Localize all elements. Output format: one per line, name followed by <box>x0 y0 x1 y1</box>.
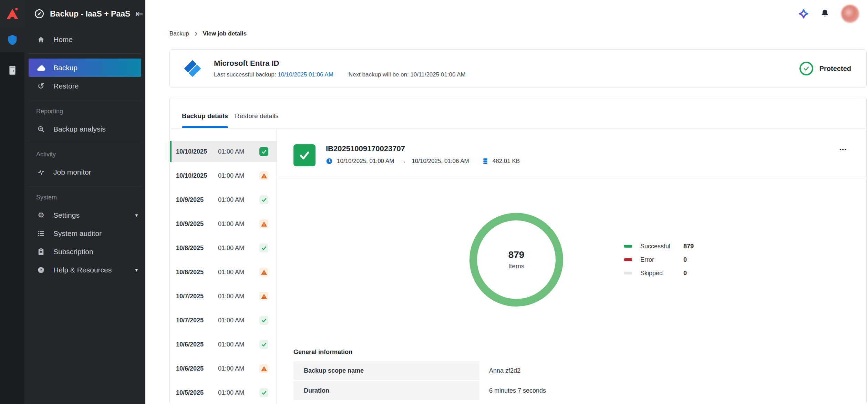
sidebar-item-label: Job monitor <box>53 168 91 176</box>
job-list-item[interactable]: 10/8/2025 01:00 AM <box>170 261 277 283</box>
job-date: 10/9/2025 <box>176 196 215 204</box>
sidebar-item-backup[interactable]: Backup <box>29 59 141 77</box>
status-warning-icon <box>259 268 268 277</box>
job-time: 01:00 AM <box>218 341 244 348</box>
entra-id-logo <box>183 59 202 78</box>
table-row: Backup scope name Anna zf2d2 <box>293 361 856 380</box>
general-info-heading: General information <box>293 349 856 356</box>
main-content: Backup View job details Microsoft Entra … <box>145 0 868 404</box>
status-success-icon <box>259 244 268 252</box>
job-time: 01:00 AM <box>218 172 244 179</box>
protection-status-label: Protected <box>819 65 851 73</box>
app-rail <box>0 0 24 404</box>
legend-label: Error <box>640 256 683 263</box>
items-summary-chart: 879 Items Successful 879 Error 0 <box>293 177 856 342</box>
protected-check-icon <box>799 62 813 75</box>
status-success-icon <box>259 195 268 204</box>
job-time: 01:00 AM <box>218 389 244 396</box>
job-list-item[interactable]: 10/7/2025 01:00 AM <box>170 286 277 307</box>
row-value: Anna zf2d2 <box>479 361 520 380</box>
collapse-sidebar-icon[interactable]: ⇤ <box>136 9 143 18</box>
sidebar-item-restore[interactable]: ↺ Restore <box>29 77 141 95</box>
section-label-reporting: Reporting <box>36 108 145 115</box>
job-list-item[interactable]: 10/6/2025 01:00 AM <box>170 334 277 355</box>
divider <box>29 100 141 100</box>
user-avatar[interactable] <box>841 5 859 23</box>
job-list-item[interactable]: 10/6/2025 01:00 AM <box>170 358 277 379</box>
job-date: 10/8/2025 <box>176 245 215 252</box>
job-time: 01:00 AM <box>218 317 244 324</box>
row-value: 6 minutes 7 seconds <box>479 381 546 400</box>
tab-restore-details[interactable]: Restore details <box>235 112 279 128</box>
job-date: 10/9/2025 <box>176 220 215 228</box>
job-size: 482.01 KB <box>493 158 520 165</box>
sidebar-item-backup-analysis[interactable]: Backup analysis <box>29 120 141 138</box>
sidebar-item-settings[interactable]: ⚙ Settings ▾ <box>29 206 141 224</box>
chart-legend: Successful 879 Error 0 Skipped 0 <box>624 242 694 277</box>
shield-icon <box>7 34 18 45</box>
job-list-item[interactable]: 10/10/2025 01:00 AM <box>170 141 277 162</box>
divider <box>29 186 141 186</box>
restore-icon: ↺ <box>36 82 46 90</box>
job-end-time: 10/10/2025, 01:06 AM <box>412 158 469 165</box>
job-time: 01:00 AM <box>218 293 244 300</box>
breadcrumb-link-backup[interactable]: Backup <box>169 30 189 37</box>
job-list-item[interactable]: 10/9/2025 01:00 AM <box>170 213 277 235</box>
sidebar-nav: Home Backup ↺ Restore Reporting <box>24 28 145 279</box>
analysis-magnifier-icon <box>36 125 46 133</box>
sidebar-item-job-monitor[interactable]: Job monitor <box>29 163 141 181</box>
status-warning-icon <box>259 364 268 373</box>
rail-item-appliance[interactable] <box>0 58 24 83</box>
more-actions-menu-icon[interactable]: ••• <box>839 146 847 152</box>
sidebar-item-help-resources[interactable]: ? Help & Resources ▾ <box>29 261 141 279</box>
job-list-item[interactable]: 10/8/2025 01:00 AM <box>170 237 277 259</box>
sidebar-item-label: System auditor <box>53 229 102 238</box>
items-count-label: Items <box>508 262 524 270</box>
acronis-logo <box>0 0 24 28</box>
job-time: 01:00 AM <box>218 196 244 204</box>
resource-card-text: Microsoft Entra ID Last successful backu… <box>214 59 466 78</box>
sidebar-item-system-auditor[interactable]: System auditor <box>29 224 141 242</box>
arrow-right-icon: → <box>400 157 406 165</box>
job-list-item[interactable]: 10/9/2025 01:00 AM <box>170 189 277 210</box>
cloud-backup-icon <box>36 64 46 71</box>
sidebar-item-subscription[interactable]: Subscription <box>29 242 141 261</box>
job-details-card: Backup details Restore details 10/10/202… <box>169 97 867 404</box>
tab-backup-details[interactable]: Backup details <box>182 112 228 128</box>
job-date: 10/10/2025 <box>176 172 215 179</box>
legend-item-successful: Successful 879 <box>624 242 694 250</box>
general-info-table: Backup scope name Anna zf2d2 Duration 6 … <box>293 361 856 401</box>
home-icon <box>36 36 46 43</box>
rail-item-protection[interactable] <box>0 28 24 52</box>
job-time: 01:00 AM <box>218 269 244 276</box>
breadcrumb-current: View job details <box>203 30 247 37</box>
job-date: 10/8/2025 <box>176 269 215 276</box>
job-list-item[interactable]: 10/7/2025 01:00 AM <box>170 310 277 331</box>
notifications-bell-icon[interactable] <box>820 9 829 19</box>
sidebar-item-home[interactable]: Home <box>29 30 141 49</box>
job-id: IB20251009170023707 <box>326 144 520 153</box>
job-date: 10/6/2025 <box>176 341 215 348</box>
sidebar-item-label: Backup analysis <box>53 125 106 133</box>
status-success-icon <box>259 388 268 397</box>
acronis-a-icon <box>5 7 20 21</box>
job-list: 10/10/2025 01:00 AM 10/10/2025 01:00 AM <box>170 128 277 404</box>
job-time: 01:00 AM <box>218 365 244 372</box>
last-backup-date-link[interactable]: 10/10/2025 01:06 AM <box>278 71 333 78</box>
topbar <box>169 0 867 28</box>
subscription-badge-icon <box>36 248 46 256</box>
sidebar: Backup - IaaS + PaaS ⇤ Home Backup ↺ Res… <box>24 0 145 404</box>
items-count: 879 <box>508 249 525 260</box>
job-date: 10/7/2025 <box>176 293 215 300</box>
sidebar-item-label: Backup <box>53 64 78 72</box>
help-question-icon: ? <box>36 266 46 274</box>
sidebar-item-label: Home <box>53 35 73 44</box>
legend-value: 879 <box>683 243 694 250</box>
breadcrumb-separator-icon <box>194 32 198 36</box>
job-detail-panel: IB20251009170023707 10/10/2025, 01:00 AM… <box>277 128 866 404</box>
job-list-item[interactable]: 10/10/2025 01:00 AM <box>170 165 277 186</box>
copilot-sparkle-icon[interactable] <box>798 9 809 19</box>
job-list-item[interactable]: 10/5/2025 01:00 AM <box>170 382 277 403</box>
database-size-icon <box>482 158 488 165</box>
legend-swatch-successful <box>624 245 632 248</box>
